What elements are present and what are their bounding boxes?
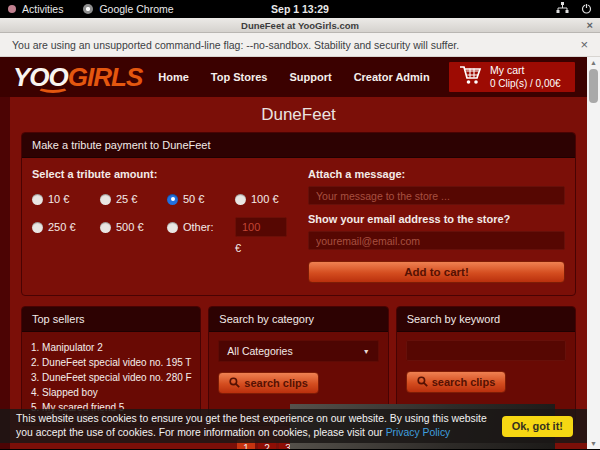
tribute-panel: Make a tribute payment to DuneFeet Selec… <box>21 132 576 296</box>
logo-smile-icon <box>37 81 69 93</box>
search-keyword-header: Search by keyword <box>397 307 575 332</box>
clock[interactable]: Sep 1 13:29 <box>0 3 600 15</box>
my-cart-button[interactable]: My cart 0 Clip(s) / 0,00€ <box>449 62 575 92</box>
amount-option-label: Other: <box>183 221 214 233</box>
top-sellers-header: Top sellers <box>22 307 200 332</box>
power-icon[interactable] <box>581 3 592 16</box>
top-sellers-panel: Top sellers 1. Manipulator 22. DuneFeet … <box>21 306 201 426</box>
keyword-input[interactable] <box>406 340 566 361</box>
site-header: YOOGIRLS HomeTop StoresSupportCreator Ad… <box>0 57 600 97</box>
top-seller-item[interactable]: 1. Manipulator 2 <box>31 340 191 355</box>
search-clips-keyword-button[interactable]: search clips <box>406 371 507 393</box>
search-category-header: Search by category <box>209 307 387 332</box>
other-amount-input[interactable] <box>235 217 287 237</box>
top-seller-item[interactable]: 2. DuneFeet special video no. 195 T <box>31 355 191 370</box>
radio-icon[interactable] <box>100 222 111 233</box>
page-title: DuneFeet <box>10 97 587 132</box>
email-label: Show your email address to the store? <box>308 213 565 225</box>
radio-checked-icon[interactable] <box>167 194 178 205</box>
tribute-panel-header: Make a tribute payment to DuneFeet <box>22 133 575 158</box>
cookie-text: This website uses cookies to ensure you … <box>16 412 502 439</box>
amount-option-label: 10 € <box>48 193 69 205</box>
browser-viewport: YOOGIRLS HomeTop StoresSupportCreator Ad… <box>0 57 600 449</box>
nav-item-top-stores[interactable]: Top Stores <box>211 71 268 83</box>
window-close-button[interactable]: × <box>587 18 593 32</box>
main-nav: HomeTop StoresSupportCreator Admin <box>158 71 429 83</box>
search-icon <box>417 376 428 389</box>
network-icon[interactable] <box>556 2 569 16</box>
nav-item-creator-admin[interactable]: Creator Admin <box>354 71 430 83</box>
search-clips-label: search clips <box>432 376 496 388</box>
tribute-amount-option[interactable]: 100 € <box>235 193 294 205</box>
scroll-up-icon[interactable]: ▲ <box>590 57 597 68</box>
radio-icon[interactable] <box>167 222 178 233</box>
cart-summary: 0 Clip(s) / 0,00€ <box>490 78 561 89</box>
search-icon <box>229 377 240 390</box>
top-seller-item[interactable]: 3. DuneFeet special video no. 280 F <box>31 370 191 385</box>
privacy-policy-link[interactable]: Privacy Policy <box>386 427 451 438</box>
category-selected-value: All Categories <box>227 345 292 357</box>
amount-option-label: 500 € <box>116 221 144 233</box>
tribute-amount-option[interactable]: 10 € <box>32 193 100 205</box>
email-input[interactable] <box>308 231 565 250</box>
scroll-down-icon[interactable]: ▼ <box>590 438 597 449</box>
cart-title: My cart <box>490 64 524 76</box>
window-title-bar: DuneFeet at YooGirls.com × <box>0 18 600 33</box>
cart-icon <box>458 64 482 90</box>
tribute-amount-option[interactable]: Other: <box>167 221 235 233</box>
amount-option-label: 100 € <box>251 193 279 205</box>
tribute-amount-option[interactable]: 25 € <box>100 193 167 205</box>
amount-option-label: 250 € <box>48 221 76 233</box>
message-input[interactable] <box>308 186 565 205</box>
other-amount-cell <box>235 217 294 237</box>
warning-text: You are using an unsupported command-lin… <box>12 39 459 51</box>
nav-item-support[interactable]: Support <box>289 71 331 83</box>
category-select[interactable]: All Categories ▼ <box>218 340 378 362</box>
radio-icon[interactable] <box>32 222 43 233</box>
scrollbar-thumb[interactable] <box>589 69 598 103</box>
cookie-accept-button[interactable]: Ok, got it! <box>502 416 573 437</box>
cookie-banner: This website uses cookies to ensure you … <box>0 409 587 443</box>
gnome-top-bar: Activities Google Chrome Sep 1 13:29 <box>0 0 600 18</box>
amount-section-label: Select a tribute amount: <box>32 168 294 180</box>
tribute-amount-option[interactable]: 50 € <box>167 193 235 205</box>
amount-option-label: 25 € <box>116 193 137 205</box>
window-title: DuneFeet at YooGirls.com <box>241 20 359 31</box>
message-label: Attach a message: <box>308 168 565 180</box>
currency-label: € <box>235 242 294 254</box>
warning-close-icon[interactable]: × <box>580 37 588 52</box>
radio-icon[interactable] <box>235 194 246 205</box>
chevron-down-icon: ▼ <box>363 348 370 355</box>
logo-text-girls: GIRLS <box>68 64 142 90</box>
search-clips-category-button[interactable]: search clips <box>218 372 319 394</box>
radio-icon[interactable] <box>100 194 111 205</box>
amount-option-label: 50 € <box>183 193 204 205</box>
scrollbar[interactable]: ▲ ▼ <box>587 57 600 449</box>
top-seller-item[interactable]: 4. Slapped boy <box>31 385 191 400</box>
add-to-cart-button[interactable]: Add to cart! <box>308 261 565 283</box>
page-container: DuneFeet Make a tribute payment to DuneF… <box>10 97 587 449</box>
tribute-amount-option[interactable]: 500 € <box>100 221 167 233</box>
chrome-warning-bar: You are using an unsupported command-lin… <box>0 33 600 57</box>
radio-icon[interactable] <box>32 194 43 205</box>
search-clips-label: search clips <box>244 377 308 389</box>
tribute-amount-option[interactable]: 250 € <box>32 221 100 233</box>
nav-item-home[interactable]: Home <box>158 71 189 83</box>
amount-options-grid: 10 €25 €50 €100 €250 €500 €Other: <box>32 193 294 237</box>
site-logo[interactable]: YOOGIRLS <box>13 64 142 90</box>
